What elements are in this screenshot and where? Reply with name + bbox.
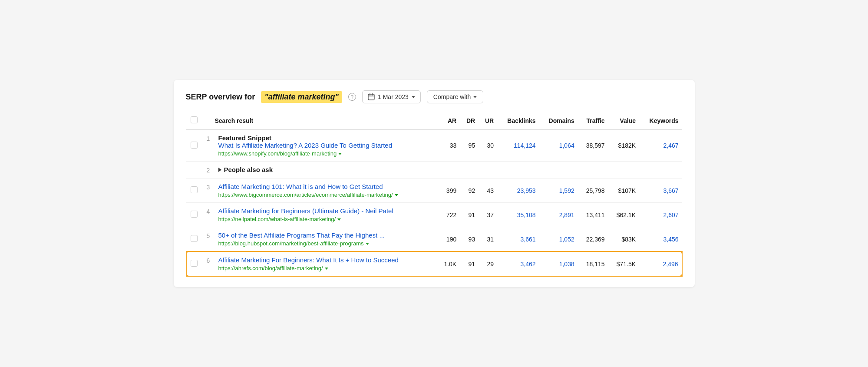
row-backlinks: 114,124 bbox=[497, 129, 539, 162]
row-ur: 37 bbox=[479, 203, 497, 227]
url-expand-icon[interactable] bbox=[325, 268, 328, 270]
row-checkbox[interactable] bbox=[191, 235, 198, 242]
row-checkbox-cell bbox=[186, 179, 202, 203]
row-number: 2 bbox=[202, 162, 215, 179]
col-header-traffic: Traffic bbox=[578, 112, 608, 129]
keyword-badge: "affiliate marketing" bbox=[261, 91, 342, 103]
row-checkbox-cell bbox=[186, 162, 202, 179]
date-chevron-icon bbox=[412, 96, 415, 98]
compare-label: Compare with bbox=[433, 93, 471, 100]
serp-table: Search result AR DR UR Backlinks Domains… bbox=[186, 112, 683, 277]
row-keywords: 3,667 bbox=[639, 179, 682, 203]
row-ar: 33 bbox=[437, 129, 460, 162]
row-checkbox[interactable] bbox=[191, 211, 198, 218]
url-expand-icon[interactable] bbox=[337, 218, 341, 221]
row-keywords bbox=[639, 162, 682, 179]
row-traffic: 22,369 bbox=[578, 227, 608, 252]
result-title-link[interactable]: Affiliate Marketing For Beginners: What … bbox=[218, 256, 434, 264]
result-title-link[interactable]: 50+ of the Best Affiliate Programs That … bbox=[218, 231, 434, 239]
row-dr: 92 bbox=[460, 179, 479, 203]
row-checkbox[interactable] bbox=[191, 142, 198, 149]
row-backlinks: 3,462 bbox=[497, 251, 539, 276]
main-container: SERP overview for "affiliate marketing" … bbox=[174, 80, 695, 287]
date-picker-button[interactable]: 1 Mar 2023 bbox=[362, 90, 421, 103]
row-checkbox-cell bbox=[186, 203, 202, 227]
table-row: 2 People also ask bbox=[186, 162, 682, 179]
header-checkbox[interactable] bbox=[191, 116, 198, 123]
row-checkbox-cell bbox=[186, 129, 202, 162]
people-ask-label: People also ask bbox=[224, 166, 273, 173]
row-ar bbox=[437, 162, 460, 179]
row-backlinks: 23,953 bbox=[497, 179, 539, 203]
featured-snippet-label: Featured Snippet bbox=[218, 134, 272, 142]
row-traffic: 13,411 bbox=[578, 203, 608, 227]
row-traffic bbox=[578, 162, 608, 179]
table-row: 6 Affiliate Marketing For Beginners: Wha… bbox=[186, 251, 682, 276]
row-traffic: 25,798 bbox=[578, 179, 608, 203]
row-checkbox-cell bbox=[186, 227, 202, 252]
row-dr: 93 bbox=[460, 227, 479, 252]
row-domains bbox=[539, 162, 578, 179]
row-traffic: 18,115 bbox=[578, 251, 608, 276]
result-url: https://ahrefs.com/blog/affiliate-market… bbox=[218, 265, 434, 271]
row-value: $62.1K bbox=[608, 203, 640, 227]
row-search-result: People also ask bbox=[215, 162, 437, 179]
row-value bbox=[608, 162, 640, 179]
col-header-search: Search result bbox=[215, 112, 437, 129]
row-backlinks: 3,661 bbox=[497, 227, 539, 252]
header: SERP overview for "affiliate marketing" … bbox=[186, 90, 683, 103]
row-number: 5 bbox=[202, 227, 215, 252]
row-dr: 91 bbox=[460, 203, 479, 227]
row-traffic: 38,597 bbox=[578, 129, 608, 162]
url-expand-icon[interactable] bbox=[395, 194, 398, 196]
row-dr bbox=[460, 162, 479, 179]
row-checkbox[interactable] bbox=[191, 260, 198, 267]
result-title-link[interactable]: Affiliate Marketing 101: What it is and … bbox=[218, 183, 434, 190]
url-expand-icon[interactable] bbox=[366, 243, 369, 245]
expand-arrow-icon bbox=[218, 168, 221, 172]
result-title-link[interactable]: What Is Affiliate Marketing? A 2023 Guid… bbox=[218, 142, 434, 149]
row-number: 1 bbox=[202, 129, 215, 162]
row-ur: 31 bbox=[479, 227, 497, 252]
row-ur bbox=[479, 162, 497, 179]
col-header-ar: AR bbox=[437, 112, 460, 129]
row-domains: 1,052 bbox=[539, 227, 578, 252]
row-ar: 1.0K bbox=[437, 251, 460, 276]
col-header-ur: UR bbox=[479, 112, 497, 129]
row-ar: 399 bbox=[437, 179, 460, 203]
row-ur: 29 bbox=[479, 251, 497, 276]
row-domains: 1,064 bbox=[539, 129, 578, 162]
result-url: https://neilpatel.com/what-is-affiliate-… bbox=[218, 216, 434, 222]
col-header-domains: Domains bbox=[539, 112, 578, 129]
compare-chevron-icon bbox=[473, 96, 477, 98]
row-search-result: Affiliate Marketing For Beginners: What … bbox=[215, 251, 437, 276]
row-dr: 95 bbox=[460, 129, 479, 162]
calendar-icon bbox=[368, 93, 375, 100]
table-header-row: Search result AR DR UR Backlinks Domains… bbox=[186, 112, 682, 129]
row-ar: 722 bbox=[437, 203, 460, 227]
col-header-num bbox=[202, 112, 215, 129]
col-header-value: Value bbox=[608, 112, 640, 129]
compare-with-button[interactable]: Compare with bbox=[427, 90, 483, 103]
result-title-link[interactable]: Affiliate Marketing for Beginners (Ultim… bbox=[218, 207, 434, 215]
row-value: $83K bbox=[608, 227, 640, 252]
row-search-result: 50+ of the Best Affiliate Programs That … bbox=[215, 227, 437, 252]
row-ur: 43 bbox=[479, 179, 497, 203]
row-checkbox[interactable] bbox=[191, 186, 198, 193]
row-backlinks bbox=[497, 162, 539, 179]
people-also-ask[interactable]: People also ask bbox=[218, 166, 434, 173]
col-header-keywords: Keywords bbox=[639, 112, 682, 129]
url-expand-icon[interactable] bbox=[338, 153, 342, 155]
row-ur: 30 bbox=[479, 129, 497, 162]
result-url: https://www.bigcommerce.com/articles/eco… bbox=[218, 192, 434, 198]
table-row: 5 50+ of the Best Affiliate Programs Tha… bbox=[186, 227, 682, 252]
row-dr: 91 bbox=[460, 251, 479, 276]
help-icon[interactable]: ? bbox=[348, 93, 356, 101]
table-row: 4 Affiliate Marketing for Beginners (Ult… bbox=[186, 203, 682, 227]
header-title-prefix: SERP overview for bbox=[186, 93, 255, 102]
row-search-result: Affiliate Marketing 101: What it is and … bbox=[215, 179, 437, 203]
result-url: https://blog.hubspot.com/marketing/best-… bbox=[218, 240, 434, 247]
svg-rect-0 bbox=[368, 94, 374, 100]
row-search-result: Affiliate Marketing for Beginners (Ultim… bbox=[215, 203, 437, 227]
row-backlinks: 35,108 bbox=[497, 203, 539, 227]
